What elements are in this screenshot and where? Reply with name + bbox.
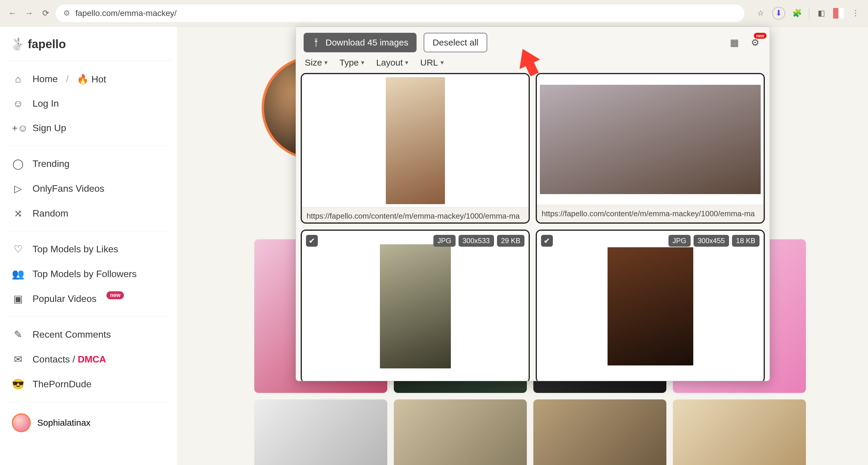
filter-type-label: Type — [339, 58, 359, 68]
dims-tag: 300x455 — [693, 235, 729, 247]
download-button-label: Download 45 images — [326, 37, 408, 47]
nav-top-likes-label: Top Models by Likes — [33, 244, 118, 255]
nav-onlyfans-videos[interactable]: ▷ OnlyFans Videos — [6, 176, 171, 201]
thumbnail — [386, 77, 445, 204]
site-logo[interactable]: 🐇 fapello — [6, 35, 171, 61]
nav-contacts-label: Contacts / — [33, 354, 78, 365]
checkbox[interactable]: ✔ — [541, 235, 553, 247]
user-icon: ☺ — [12, 98, 24, 109]
video-icon: ▣ — [12, 293, 24, 305]
nav-random-label: Random — [33, 208, 68, 219]
nav-sep: / — [66, 73, 69, 85]
chevron-down-icon: ▾ — [324, 59, 328, 66]
nav-of-label: OnlyFans Videos — [33, 183, 104, 194]
heart-icon: ♡ — [12, 243, 24, 255]
users-icon: 👥 — [12, 268, 24, 280]
extensions-icon[interactable]: 🧩 — [790, 7, 804, 20]
nav-popular-videos-label: Popular Videos — [33, 293, 96, 304]
image-card[interactable]: https://fapello.com/content/e/m/emma-mac… — [301, 73, 530, 224]
site-sidebar: 🐇 fapello ⌂ Home / 🔥 Hot ☺ Log In +☺ Sig… — [0, 27, 177, 465]
nav-hot-label: 🔥 Hot — [77, 73, 106, 85]
chevron-down-icon: ▾ — [361, 59, 364, 66]
download-extension-icon[interactable]: ⬇ — [772, 7, 785, 20]
browser-toolbar: ← → ⟳ ⚙ fapello.com/emma-mackey/ ☆ ⬇ 🧩 ◧… — [0, 0, 868, 27]
image-card[interactable]: ✔ JPG 300x533 29 KB — [301, 230, 530, 381]
back-button[interactable]: ← — [6, 7, 19, 20]
address-url: fapello.com/emma-mackey/ — [75, 8, 177, 18]
thumbnail — [608, 247, 693, 365]
filter-url-label: URL — [420, 58, 438, 68]
format-tag: JPG — [669, 235, 691, 247]
nav-top-likes[interactable]: ♡ Top Models by Likes — [6, 237, 171, 261]
address-bar[interactable]: ⚙ fapello.com/emma-mackey/ — [56, 4, 744, 22]
nav-theporndude[interactable]: 😎 ThePornDude — [6, 372, 171, 396]
nav-login[interactable]: ☺ Log In — [6, 91, 171, 116]
grid-photo[interactable] — [533, 399, 666, 465]
page-content: ⭱ Download 45 images Deselect all ▦ ⚙ ne… — [177, 27, 868, 465]
format-tag: JPG — [433, 235, 456, 247]
side-panel-icon[interactable]: ◧ — [815, 7, 828, 20]
filter-bar: Size▾ Type▾ Layout▾ URL▾ — [296, 55, 770, 73]
nav-top-followers-label: Top Models by Followers — [33, 269, 136, 279]
settings-gear-icon[interactable]: ⚙ new — [748, 36, 762, 49]
grid-photo[interactable] — [394, 399, 527, 465]
play-icon: ▷ — [12, 182, 24, 194]
nav-trending-label: Trending — [33, 158, 69, 169]
dims-tag: 300x533 — [459, 235, 494, 247]
user-name: Sophialatinax — [37, 418, 90, 428]
nav-home-label: Home — [33, 73, 58, 85]
filter-type[interactable]: Type▾ — [339, 58, 364, 68]
sidebar-divider — [7, 317, 170, 317]
nav-trending[interactable]: ◯ Trending — [6, 151, 171, 176]
image-url[interactable]: https://fapello.com/content/e/m/emma-mac… — [302, 207, 529, 223]
nav-signup-label: Sign Up — [33, 123, 66, 134]
nav-popular-videos[interactable]: ▣ Popular Videos new — [6, 286, 171, 311]
nav-porndude-label: ThePornDude — [33, 379, 91, 390]
nav-random[interactable]: ⤨ Random — [6, 201, 171, 226]
toolbar-separator — [809, 7, 809, 19]
site-info-icon[interactable]: ⚙ — [63, 8, 70, 18]
deselect-all-button[interactable]: Deselect all — [424, 33, 487, 52]
flame-icon: ◯ — [12, 158, 24, 170]
profile-avatar-icon[interactable] — [833, 8, 844, 19]
checkbox[interactable]: ✔ — [306, 235, 318, 247]
grid-view-icon[interactable]: ▦ — [727, 36, 741, 49]
filter-layout[interactable]: Layout▾ — [376, 58, 408, 68]
deselect-label: Deselect all — [433, 37, 478, 47]
chevron-down-icon: ▾ — [405, 59, 408, 66]
filter-size[interactable]: Size▾ — [305, 58, 328, 68]
sidebar-user-row[interactable]: Sophialatinax — [6, 407, 171, 438]
filter-url[interactable]: URL▾ — [420, 58, 443, 68]
grid-photo[interactable] — [254, 399, 387, 465]
logo-text: fapello — [28, 37, 66, 51]
image-card[interactable]: ✔ JPG 300x455 18 KB — [536, 230, 765, 381]
chevron-down-icon: ▾ — [440, 59, 444, 66]
reload-button[interactable]: ⟳ — [39, 7, 52, 20]
nav-recent-comments-label: Recent Comments — [33, 329, 111, 340]
image-url[interactable]: https://fapello.com/content/e/m/emma-mac… — [537, 205, 764, 223]
mail-icon: ✉ — [12, 353, 24, 365]
grid-photo[interactable] — [673, 399, 806, 465]
image-card[interactable]: https://fapello.com/content/e/m/emma-mac… — [536, 73, 765, 224]
sidebar-divider — [7, 402, 170, 402]
size-tag: 18 KB — [732, 235, 760, 247]
thumbnail — [380, 244, 451, 368]
nav-contacts-dmca[interactable]: ✉ Contacts / DMCA — [6, 347, 171, 372]
comment-icon: ✎ — [12, 329, 24, 340]
nav-dmca-label: DMCA — [78, 354, 106, 365]
size-tag: 29 KB — [497, 235, 524, 247]
filter-layout-label: Layout — [376, 58, 403, 68]
forward-button[interactable]: → — [23, 7, 35, 20]
new-badge: new — [106, 291, 124, 299]
nav-signup[interactable]: +☺ Sign Up — [6, 116, 171, 140]
user-plus-icon: +☺ — [12, 122, 24, 134]
bunny-icon: 🐇 — [10, 37, 25, 51]
nav-recent-comments[interactable]: ✎ Recent Comments — [6, 322, 171, 347]
bookmark-star-icon[interactable]: ☆ — [754, 7, 767, 20]
nav-top-followers[interactable]: 👥 Top Models by Followers — [6, 261, 171, 286]
sidebar-divider — [7, 231, 170, 231]
nav-home-hot[interactable]: ⌂ Home / 🔥 Hot — [6, 67, 171, 91]
download-button[interactable]: ⭱ Download 45 images — [304, 33, 416, 52]
settings-new-badge: new — [754, 33, 767, 39]
kebab-menu-icon[interactable]: ⋮ — [849, 7, 862, 20]
